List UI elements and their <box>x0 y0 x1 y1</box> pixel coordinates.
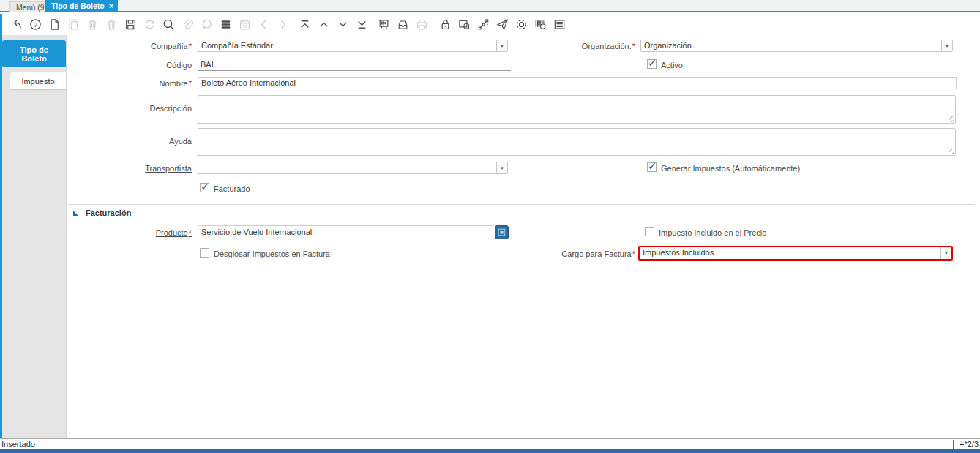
send-mail-icon[interactable] <box>493 15 512 34</box>
section-facturacion-title: Facturación <box>86 209 131 217</box>
producto-label[interactable]: Producto* <box>97 228 192 237</box>
activo-label: Activo <box>661 61 683 70</box>
required-marker: * <box>189 228 192 237</box>
generar-impuestos-checkbox[interactable]: ✓ <box>647 162 657 172</box>
generar-impuestos-label: Generar Impuestos (Automáticamente) <box>661 164 800 173</box>
codigo-value: BAI <box>201 60 214 69</box>
ayuda-textarea[interactable] <box>198 128 956 156</box>
new-record-icon[interactable] <box>45 15 64 34</box>
svg-text:?: ? <box>33 20 37 29</box>
codigo-label: Código <box>97 61 192 70</box>
compania-field[interactable]: Compañía Estándar ▼ <box>198 40 508 52</box>
next-record-icon[interactable] <box>333 15 352 34</box>
sidebar-tab-tipo-de-boleto[interactable]: Tipo de Boleto <box>2 40 66 67</box>
producto-value: Servicio de Vuelo Internacional <box>201 228 312 236</box>
impuesto-incluido-label: Impuesto Incluido en el Precio <box>659 228 766 237</box>
detail-record-icon <box>273 15 292 34</box>
attachment-icon <box>178 15 197 34</box>
report-icon[interactable] <box>374 15 393 34</box>
archive-icon[interactable] <box>393 15 412 34</box>
ayuda-label: Ayuda <box>97 137 192 146</box>
lock-icon[interactable] <box>435 15 455 34</box>
compania-dropdown-icon[interactable]: ▼ <box>496 40 507 51</box>
cargo-factura-field[interactable]: Impuestos Incluidos ▼ <box>638 246 953 261</box>
chat-icon <box>197 15 216 34</box>
record-info-icon <box>498 228 506 236</box>
grid-toggle-icon[interactable] <box>216 15 235 34</box>
save-icon[interactable] <box>121 15 140 34</box>
close-tab-icon[interactable]: × <box>109 1 113 10</box>
compania-value: Compañía Estándar <box>198 40 496 51</box>
transportista-value <box>198 162 496 173</box>
required-marker: * <box>189 42 192 50</box>
nombre-value: Boleto Aéreo Internacional <box>201 78 296 87</box>
organizacion-dropdown-icon[interactable]: ▼ <box>941 40 952 51</box>
resize-grip-icon[interactable] <box>949 149 954 154</box>
nombre-label: Nombre* <box>97 79 192 88</box>
delete-record-icon <box>83 15 102 34</box>
print-icon <box>412 15 431 34</box>
help-icon[interactable]: ? <box>26 15 45 34</box>
refresh-icon <box>140 15 159 34</box>
first-record-icon[interactable] <box>295 15 314 34</box>
check-icon: ✓ <box>648 160 657 173</box>
descripcion-textarea[interactable] <box>198 95 956 124</box>
cargo-factura-value: Impuestos Incluidos <box>640 247 940 259</box>
status-message: Insertado <box>1 440 35 449</box>
producto-field[interactable]: Servicio de Vuelo Internacional <box>198 225 493 239</box>
workflow-icon[interactable] <box>474 15 493 34</box>
tab-tipo-de-boleto[interactable]: Tipo de Boleto× <box>45 0 118 12</box>
organizacion-field[interactable]: Organización ▼ <box>640 40 953 52</box>
status-bar: Insertado +*2/3 <box>0 438 980 449</box>
required-marker: * <box>632 42 635 50</box>
app-window: Menú (9) Tipo de Boleto× ? 31 <box>0 0 980 453</box>
impuesto-incluido-checkbox[interactable] <box>645 227 654 236</box>
desglosar-label: Desglosar Impuestos en Factura <box>214 250 330 258</box>
undo-icon[interactable] <box>7 15 26 34</box>
last-record-icon[interactable] <box>352 15 371 34</box>
producto-search-button[interactable] <box>495 225 509 239</box>
calendar-icon: 31 <box>235 15 254 34</box>
sidebar-tab-impuesto[interactable]: Impuesto <box>10 72 66 90</box>
cargo-factura-dropdown-icon[interactable]: ▼ <box>940 247 951 259</box>
parent-record-icon <box>254 15 273 34</box>
codigo-field[interactable]: BAI <box>198 59 511 71</box>
check-icon: ✓ <box>201 180 210 193</box>
organizacion-value: Organización <box>641 40 941 51</box>
transportista-dropdown-icon[interactable]: ▼ <box>496 162 507 173</box>
tab-active-label: Tipo de Boleto <box>51 1 105 10</box>
quick-info-icon[interactable] <box>550 15 569 34</box>
resize-grip-icon[interactable] <box>949 116 954 122</box>
cargo-factura-label[interactable]: Cargo para Factura* <box>529 250 635 258</box>
facturado-label: Facturado <box>214 184 250 193</box>
window-tabstrip: Menú (9) Tipo de Boleto× <box>0 0 980 12</box>
facturado-checkbox[interactable]: ✓ <box>200 183 209 192</box>
find-icon[interactable] <box>159 15 178 34</box>
activo-checkbox[interactable]: ✓ <box>647 59 657 69</box>
collapse-section-icon[interactable] <box>73 211 78 216</box>
delete-selection-icon <box>102 15 121 34</box>
tab-menu-label: Menú (9) <box>16 3 47 12</box>
desglosar-checkbox[interactable] <box>200 248 209 258</box>
nombre-field[interactable]: Boleto Aéreo Internacional <box>198 77 957 89</box>
required-marker: * <box>632 250 635 258</box>
copy-record-icon <box>64 15 83 34</box>
organizacion-label[interactable]: Organización.* <box>540 42 635 50</box>
previous-record-icon[interactable] <box>314 15 333 34</box>
sidebar-tab-label: Impuesto <box>21 77 54 86</box>
compania-label[interactable]: Compañía* <box>97 42 192 50</box>
section-separator <box>67 204 975 205</box>
transportista-label[interactable]: Transportista <box>97 164 192 173</box>
zoom-across-icon[interactable] <box>455 15 474 34</box>
preferences-icon[interactable] <box>512 15 531 34</box>
bottom-accent-bar <box>0 449 980 453</box>
toolbar: ? 31 <box>0 14 980 35</box>
transportista-field[interactable]: ▼ <box>198 162 508 174</box>
sidebar-tab-active-label: Tipo de Boleto <box>8 45 60 63</box>
descripcion-label: Descripción <box>97 104 192 113</box>
barcode-icon[interactable] <box>531 15 550 34</box>
required-marker: * <box>189 79 192 88</box>
tab-sidebar: Tipo de Boleto Impuesto <box>2 35 67 438</box>
check-icon: ✓ <box>648 56 657 70</box>
svg-text:31: 31 <box>242 24 247 29</box>
